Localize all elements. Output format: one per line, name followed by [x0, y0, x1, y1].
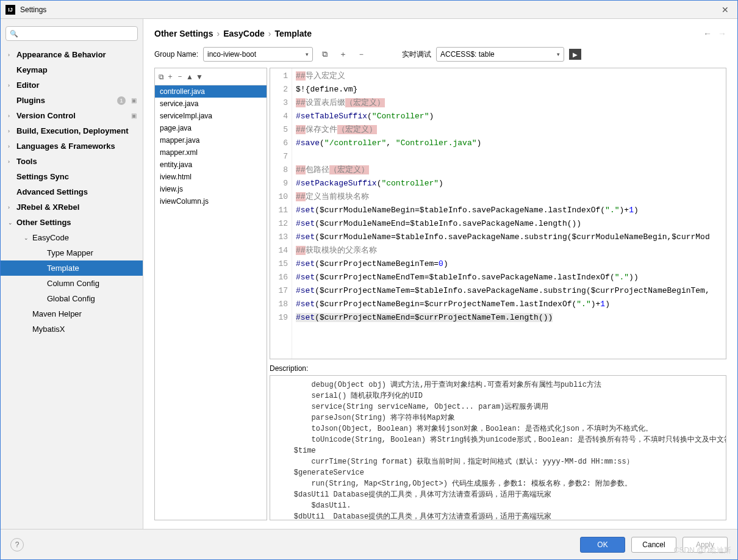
sidebar-item-languages-frameworks[interactable]: ›Languages & Frameworks	[1, 138, 143, 154]
remove-icon[interactable]: －	[354, 48, 368, 61]
group-name-label: Group Name:	[154, 50, 198, 59]
file-item[interactable]: entity.java	[155, 159, 267, 171]
file-item[interactable]: controller.java	[155, 85, 267, 98]
main-panel: Other Settings › EasyCode › Template ← →…	[143, 19, 737, 529]
settings-tree: ›Appearance & BehaviorKeymap›EditorPlugi…	[1, 47, 143, 337]
copy-icon[interactable]: ⧉	[159, 73, 164, 81]
titlebar: IJ Settings ✕	[1, 1, 737, 19]
sidebar-item-mybatisx[interactable]: MybatisX	[1, 321, 143, 337]
ok-button[interactable]: OK	[580, 537, 625, 553]
sidebar-item-editor[interactable]: ›Editor	[1, 77, 143, 93]
scope-icon: ▣	[131, 112, 137, 119]
chevron-icon: ›	[8, 143, 16, 149]
sidebar-item-label: Appearance & Behavior	[16, 50, 106, 59]
breadcrumb: Other Settings › EasyCode › Template ← →	[143, 19, 737, 45]
sidebar-item-easycode[interactable]: ⌄EasyCode	[1, 230, 143, 245]
down-icon[interactable]: ▼	[196, 73, 203, 81]
back-icon[interactable]: ←	[703, 29, 712, 38]
sidebar-item-column-config[interactable]: Column Config	[1, 276, 143, 291]
apply-button: Apply	[682, 537, 728, 553]
sidebar-item-template[interactable]: Template	[1, 260, 143, 276]
chevron-down-icon: ▾	[557, 51, 560, 57]
sidebar-item-label: Template	[47, 264, 79, 273]
sidebar-item-label: MybatisX	[32, 325, 65, 334]
description-box[interactable]: debug(Object obj) 调式方法,用于查询对象结构.可查看对象所有属…	[270, 375, 726, 520]
file-item[interactable]: serviceImpl.java	[155, 110, 267, 122]
sidebar-item-tools[interactable]: ›Tools	[1, 154, 143, 169]
chevron-icon: ›	[8, 113, 16, 119]
sidebar-item-label: Editor	[16, 81, 40, 90]
sidebar-item-label: Other Settings	[16, 218, 71, 227]
settings-sidebar: 🔍 ›Appearance & BehaviorKeymap›EditorPlu…	[1, 19, 143, 529]
file-item[interactable]: iviewColumn.js	[155, 195, 267, 207]
add-icon[interactable]: ＋	[167, 71, 174, 82]
chevron-icon: ›	[8, 204, 16, 210]
scope-icon: ▣	[131, 97, 137, 104]
debug-label: 实时调试	[402, 49, 431, 60]
sidebar-item-settings-sync[interactable]: Settings Sync	[1, 169, 143, 184]
sidebar-item-jrebel-xrebel[interactable]: ›JRebel & XRebel	[1, 199, 143, 215]
sidebar-item-label: Build, Execution, Deployment	[16, 126, 128, 135]
sidebar-item-keymap[interactable]: Keymap	[1, 62, 143, 77]
group-name-value: inco-iview-boot	[207, 50, 256, 59]
up-icon[interactable]: ▲	[186, 73, 193, 81]
group-name-combo[interactable]: inco-iview-boot ▾	[203, 47, 313, 62]
chevron-right-icon: ›	[217, 29, 220, 38]
sidebar-item-appearance-behavior[interactable]: ›Appearance & Behavior	[1, 47, 143, 62]
sidebar-item-build-execution-deployment[interactable]: ›Build, Execution, Deployment	[1, 123, 143, 138]
file-toolbar: ⧉ ＋ － ▲ ▼	[155, 68, 267, 85]
chevron-icon: ›	[8, 82, 16, 88]
file-item[interactable]: mapper.java	[155, 134, 267, 146]
template-file-panel: ⧉ ＋ － ▲ ▼ controller.javaservice.javaser…	[154, 68, 267, 520]
sidebar-item-version-control[interactable]: ›Version Control▣	[1, 108, 143, 123]
file-item[interactable]: iview.html	[155, 171, 267, 183]
file-item[interactable]: iview.js	[155, 183, 267, 195]
crumb-0[interactable]: Other Settings	[154, 29, 213, 38]
sidebar-item-type-mapper[interactable]: Type Mapper	[1, 245, 143, 260]
sidebar-item-label: EasyCode	[32, 233, 69, 242]
chevron-icon: ⌄	[8, 220, 16, 226]
search-input[interactable]: 🔍	[5, 26, 138, 41]
cancel-button[interactable]: Cancel	[631, 537, 676, 553]
sidebar-item-label: Plugins	[16, 96, 45, 105]
sidebar-item-label: Settings Sync	[16, 172, 69, 181]
chevron-icon: ›	[8, 52, 16, 58]
search-icon: 🔍	[10, 30, 18, 38]
code-editor[interactable]: 12345678910111213141516171819 ##导入宏定义$!{…	[270, 68, 726, 359]
badge: 1	[117, 96, 126, 105]
close-icon[interactable]: ✕	[718, 5, 733, 15]
sidebar-item-global-config[interactable]: Global Config	[1, 291, 143, 306]
sidebar-item-label: Tools	[16, 157, 37, 166]
sidebar-item-maven-helper[interactable]: Maven Helper	[1, 306, 143, 321]
file-item[interactable]: service.java	[155, 98, 267, 110]
dialog-footer: ? OK Cancel Apply	[1, 529, 737, 559]
sidebar-item-label: Column Config	[47, 279, 99, 288]
window-title: Settings	[20, 5, 718, 14]
chevron-icon: ›	[8, 159, 16, 165]
add-icon[interactable]: ＋	[336, 48, 349, 61]
copy-icon[interactable]: ⧉	[318, 48, 331, 61]
editor-code[interactable]: ##导入宏定义$!{define.vm}##设置表后缀（宏定义）#setTabl…	[292, 68, 726, 359]
chevron-down-icon: ▾	[306, 51, 309, 57]
sidebar-item-label: Keymap	[16, 65, 48, 74]
editor-gutter: 12345678910111213141516171819	[270, 68, 292, 359]
sidebar-item-label: Type Mapper	[47, 248, 93, 257]
chevron-icon: ›	[8, 128, 16, 134]
remove-icon[interactable]: －	[176, 71, 184, 82]
sidebar-item-label: Maven Helper	[32, 309, 82, 318]
help-icon[interactable]: ?	[10, 538, 24, 551]
chevron-icon: ⌄	[24, 235, 32, 241]
file-item[interactable]: mapper.xml	[155, 146, 267, 159]
forward-icon[interactable]: →	[718, 29, 726, 38]
sidebar-item-advanced-settings[interactable]: Advanced Settings	[1, 184, 143, 199]
crumb-1[interactable]: EasyCode	[223, 29, 265, 38]
description-label: Description:	[270, 359, 726, 375]
debug-combo[interactable]: ACCESS$: table ▾	[436, 47, 564, 62]
sidebar-item-label: Global Config	[47, 294, 95, 303]
file-list[interactable]: controller.javaservice.javaserviceImpl.j…	[155, 85, 267, 520]
run-icon[interactable]: ▶	[569, 49, 581, 60]
sidebar-item-plugins[interactable]: Plugins1▣	[1, 93, 143, 108]
sidebar-item-label: Languages & Frameworks	[16, 142, 115, 151]
file-item[interactable]: page.java	[155, 122, 267, 134]
sidebar-item-other-settings[interactable]: ⌄Other Settings	[1, 215, 143, 230]
